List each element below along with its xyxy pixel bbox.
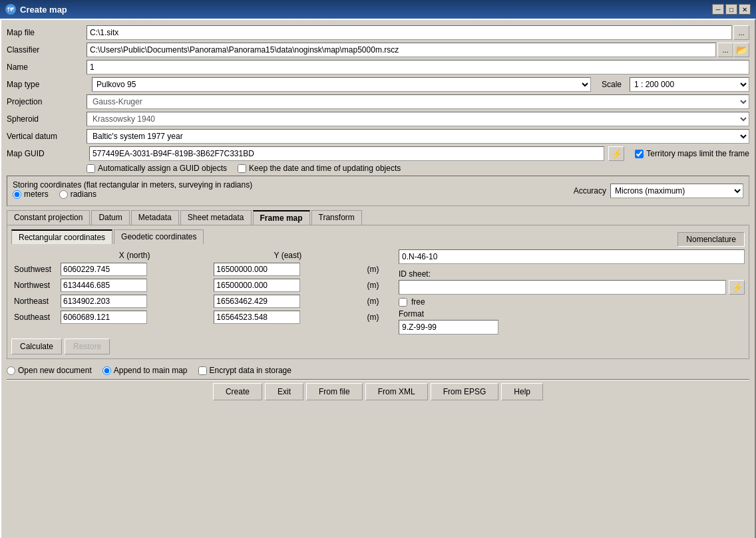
format-label: Format	[399, 309, 745, 319]
coord-y-3[interactable]	[214, 311, 300, 324]
id-sheet-input[interactable]	[399, 280, 726, 295]
from-epsg-button[interactable]: From EPSG	[431, 383, 499, 400]
exit-button[interactable]: Exit	[265, 383, 303, 400]
frame-map-panel: Rectangular coordinates Geodetic coordin…	[7, 225, 749, 359]
create-button[interactable]: Create	[213, 383, 262, 400]
main-tabs: Constant projection Datum Metadata Sheet…	[7, 210, 749, 225]
coord-x-2[interactable]	[61, 295, 147, 308]
tab-frame-map[interactable]: Frame map	[253, 210, 310, 225]
id-sheet-generate-button[interactable]: ⚡	[729, 280, 745, 295]
bottom-divider	[7, 379, 749, 380]
name-label: Name	[7, 63, 87, 72]
coord-label-2: Northeast	[11, 293, 58, 309]
radians-label: radians	[71, 190, 96, 199]
map-type-select[interactable]: Pulkovo 95	[92, 77, 591, 92]
name-row: Name	[7, 60, 749, 74]
free-checkbox[interactable]	[399, 298, 407, 307]
tab-transform[interactable]: Transform	[311, 210, 362, 225]
append-radio-label[interactable]: Append to main map	[102, 366, 188, 375]
map-guid-input[interactable]	[89, 146, 604, 161]
append-radio[interactable]	[102, 366, 111, 375]
tab-constant-projection[interactable]: Constant projection	[7, 210, 90, 225]
close-button[interactable]: ✕	[739, 4, 751, 15]
accuracy-label: Accuracy	[574, 186, 606, 196]
coord-label-1: Northwest	[11, 277, 58, 293]
restore-button[interactable]: Restore	[65, 338, 110, 354]
format-input[interactable]	[399, 320, 498, 335]
encrypt-checkbox-label[interactable]: Encrypt data in storage	[198, 366, 291, 375]
dialog: Map file ... Classifier ... 📂 Name Map t…	[0, 19, 756, 538]
coord-x-3[interactable]	[61, 311, 147, 324]
map-type-label: Map type	[7, 80, 87, 89]
classifier-row: Classifier ... 📂	[7, 43, 749, 57]
auto-guid-label: Automatically assign a GUID objects	[98, 164, 227, 173]
map-file-browse-button[interactable]: ...	[733, 25, 749, 40]
radians-radio-label[interactable]: radians	[59, 190, 96, 199]
nomenclature-input[interactable]	[399, 249, 745, 264]
territory-maps-checkbox[interactable]	[635, 150, 644, 158]
auto-guid-checkbox[interactable]	[87, 164, 95, 173]
bottom-options: Open new document Append to main map Enc…	[7, 366, 749, 375]
coordinates-section: X (north) Y (east) Southwest (m) Northwe…	[11, 249, 393, 354]
tab-datum[interactable]: Datum	[91, 210, 129, 225]
tab-metadata[interactable]: Metadata	[131, 210, 179, 225]
col-x-header: X (north)	[58, 249, 211, 261]
from-xml-button[interactable]: From XML	[365, 383, 428, 400]
map-file-input[interactable]	[87, 25, 732, 40]
sub-tabs: Rectangular coordinates Geodetic coordin…	[11, 229, 204, 244]
calculate-button[interactable]: Calculate	[11, 338, 62, 354]
open-new-label: Open new document	[18, 366, 92, 375]
meters-radio[interactable]	[13, 190, 21, 199]
free-label: free	[411, 297, 425, 307]
coord-unit-3: (m)	[365, 309, 393, 325]
coord-y-1[interactable]	[214, 279, 300, 292]
from-file-button[interactable]: From file	[306, 383, 363, 400]
coord-y-0[interactable]	[214, 263, 300, 276]
id-sheet-row: ⚡	[399, 280, 745, 295]
subtab-rectangular[interactable]: Rectangular coordinates	[11, 229, 112, 244]
id-sheet-label: ID sheet:	[399, 269, 745, 279]
map-guid-label: Map GUID	[7, 149, 87, 158]
free-row: free	[399, 297, 745, 307]
meters-radio-label[interactable]: meters	[13, 190, 49, 199]
append-label: Append to main map	[114, 366, 188, 375]
accuracy-select[interactable]: Microns (maximum)	[610, 184, 743, 198]
keep-date-checkbox[interactable]	[238, 164, 246, 173]
radians-radio[interactable]	[59, 190, 68, 199]
nomenclature-button[interactable]: Nomenclature	[677, 232, 745, 247]
tab-sheet-metadata[interactable]: Sheet metadata	[180, 210, 252, 225]
projection-select[interactable]: Gauss-Kruger	[87, 94, 749, 109]
scale-select[interactable]: 1 : 200 000	[630, 77, 749, 92]
storing-coordinates-label: Storing coordinates (flat rectangular in…	[13, 180, 252, 190]
projection-row: Projection Gauss-Kruger	[7, 94, 749, 109]
window-title: Create map	[20, 5, 67, 15]
classifier-open-button[interactable]: 📂	[733, 43, 749, 57]
help-button[interactable]: Help	[501, 383, 543, 400]
minimize-button[interactable]: ─	[712, 4, 724, 15]
coord-row: Southwest (m)	[11, 261, 393, 277]
open-new-radio-label[interactable]: Open new document	[7, 366, 92, 375]
vertical-datum-select[interactable]: Baltic's system 1977 year	[87, 129, 749, 144]
classifier-input[interactable]	[87, 43, 716, 57]
classifier-browse-button[interactable]: ...	[717, 43, 733, 57]
open-new-radio[interactable]	[7, 366, 15, 375]
subtab-geodetic[interactable]: Geodetic coordinates	[114, 229, 204, 244]
coord-x-0[interactable]	[61, 263, 147, 276]
projection-label: Projection	[7, 97, 87, 106]
title-bar: 🗺 Create map ─ □ ✕	[0, 0, 756, 19]
map-file-label: Map file	[7, 28, 87, 37]
spheroid-select[interactable]: Krassowsky 1940	[87, 112, 749, 126]
encrypt-checkbox[interactable]	[198, 366, 207, 375]
coord-unit-1: (m)	[365, 277, 393, 293]
vertical-datum-label: Vertical datum	[7, 132, 87, 141]
generate-guid-button[interactable]: ⚡	[608, 146, 624, 161]
nomenclature-section: ID sheet: ⚡ free Format	[399, 249, 745, 354]
storing-coordinates-group: Storing coordinates (flat rectangular in…	[7, 176, 749, 206]
map-type-scale-row: Map type Pulkovo 95 Scale 1 : 200 000	[7, 77, 749, 92]
map-guid-row: Map GUID ⚡ Territory maps limit the fram…	[7, 146, 749, 161]
coord-y-2[interactable]	[214, 295, 300, 308]
coord-x-1[interactable]	[61, 279, 147, 292]
maximize-button[interactable]: □	[725, 4, 737, 15]
app-icon: 🗺	[5, 4, 16, 15]
name-input[interactable]	[87, 60, 749, 74]
